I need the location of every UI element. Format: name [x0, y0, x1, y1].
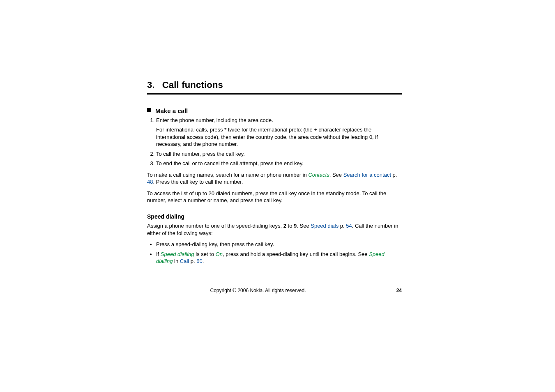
chapter-title: 3.Call functions: [147, 80, 402, 90]
step-3-text: To end the call or to cancel the call at…: [156, 160, 304, 166]
step-2: To call the number, press the call key.: [156, 150, 402, 158]
section-make-a-call: Make a call: [147, 106, 402, 114]
title-rule: [147, 93, 402, 95]
bullet-1: Press a speed-dialing key, then press th…: [156, 241, 402, 248]
bullet-2: If Speed dialling is set to On, press an…: [156, 251, 402, 265]
steps-list: Enter the phone number, including the ar…: [147, 117, 402, 167]
paragraph-dialed-list: To access the list of up to 20 dialed nu…: [147, 190, 402, 204]
page-container: 3.Call functions Make a call Enter the p…: [0, 0, 555, 392]
page-footer: Copyright © 2006 Nokia. All rights reser…: [147, 288, 410, 293]
step-3: To end the call or to cancel the call at…: [156, 160, 402, 167]
paragraph-contacts: To make a call using names, search for a…: [147, 171, 402, 186]
chapter-number: 3.: [147, 80, 155, 90]
content-area: 3.Call functions Make a call Enter the p…: [147, 80, 402, 269]
step-2-text: To call the number, press the call key.: [156, 151, 245, 157]
step-1-text: Enter the phone number, including the ar…: [156, 117, 273, 123]
square-bullet-icon: [147, 108, 151, 112]
step-1: Enter the phone number, including the ar…: [156, 117, 402, 148]
speed-dialing-intro: Assign a phone number to one of the spee…: [147, 222, 402, 237]
step-1-sub: For international calls, press * twice f…: [156, 126, 402, 148]
speed-dialing-bullets: Press a speed-dialing key, then press th…: [147, 241, 402, 265]
copyright-text: Copyright © 2006 Nokia. All rights reser…: [147, 288, 369, 293]
section-title-text: Make a call: [155, 107, 188, 114]
subsection-speed-dialing: Speed dialing: [147, 213, 402, 220]
chapter-title-text: Call functions: [162, 80, 223, 90]
page-number: 24: [369, 288, 402, 293]
